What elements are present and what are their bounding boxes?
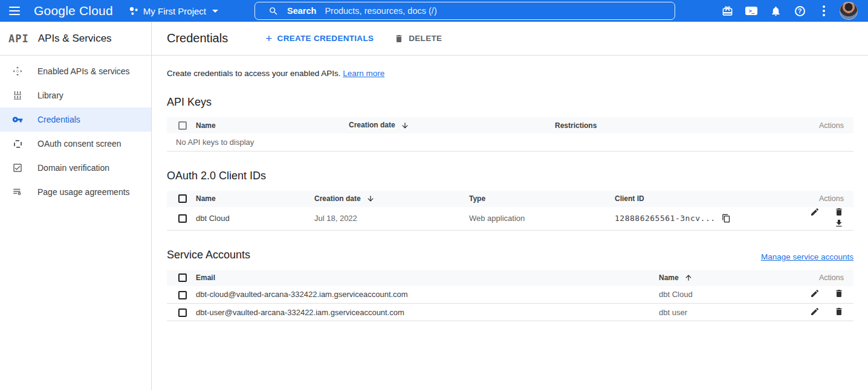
help-icon[interactable]: ? — [788, 0, 812, 22]
search-placeholder: Products, resources, docs (/) — [325, 6, 436, 16]
api-keys-table: Name Creation date Restrictions Actions … — [167, 117, 853, 152]
header-strip: API APIs & Services Credentials + CREATE… — [0, 22, 868, 56]
api-keys-heading: API Keys — [167, 96, 853, 109]
trash-icon — [394, 34, 404, 43]
empty-state-row: No API keys to display — [167, 133, 853, 151]
table-row: dbt-user@vaulted-arcana-332422.iam.gserv… — [167, 304, 853, 321]
column-header-creation-date: Creation date — [314, 191, 469, 207]
intro-text: Create credentials to access your enable… — [167, 69, 853, 78]
page-title: Credentials — [167, 31, 228, 45]
hamburger-menu-icon[interactable] — [2, 0, 27, 22]
learn-more-link[interactable]: Learn more — [343, 69, 384, 78]
column-header-actions: Actions — [775, 270, 853, 286]
sidebar-header: API APIs & Services — [0, 22, 152, 55]
more-vert-icon[interactable] — [812, 0, 836, 22]
column-header-type: Type — [469, 191, 615, 207]
free-trial-gift-icon[interactable] — [715, 0, 739, 22]
library-icon — [12, 90, 23, 101]
client-id-cell: 128886265561-3ncv... — [615, 207, 775, 231]
manage-service-accounts-link[interactable]: Manage service accounts — [761, 252, 853, 261]
column-header-actions: Actions — [775, 191, 853, 207]
sort-desc-icon[interactable] — [366, 194, 375, 203]
service-account-email: dbt-cloud@vaulted-arcana-332422.iam.gser… — [196, 286, 659, 304]
top-bar: Google Cloud My First Project Search Pro… — [0, 0, 868, 22]
oauth-consent-icon — [12, 138, 23, 149]
copy-icon[interactable] — [722, 214, 731, 223]
service-accounts-heading: Service Accounts — [167, 249, 250, 261]
sort-desc-icon[interactable] — [401, 121, 409, 130]
delete-trash-icon[interactable] — [834, 307, 844, 316]
row-checkbox[interactable] — [178, 214, 187, 223]
sidebar-nav: Enabled APIs & services Library Credenti… — [0, 56, 152, 390]
client-creation-date: Jul 18, 2022 — [314, 207, 469, 231]
sidebar-item-domain-verification[interactable]: Domain verification — [0, 156, 151, 180]
row-checkbox[interactable] — [178, 308, 187, 317]
edit-pencil-icon[interactable] — [810, 307, 820, 316]
oauth-clients-heading: OAuth 2.0 Client IDs — [167, 170, 853, 182]
client-id-value: 128886265561-3ncv... — [615, 214, 716, 223]
column-header-name: Name — [196, 117, 349, 133]
enabled-apis-icon — [12, 66, 23, 77]
service-accounts-table: Email Name Actions dbt-cloud@vaulted-arc… — [167, 270, 853, 322]
cloud-shell-icon[interactable]: >_ — [739, 0, 763, 22]
delete-trash-icon[interactable] — [834, 289, 844, 298]
select-all-checkbox[interactable] — [178, 273, 187, 282]
column-header-email: Email — [196, 270, 659, 286]
sort-asc-icon[interactable] — [684, 273, 693, 282]
sidebar-item-page-usage[interactable]: Page usage agreements — [0, 180, 151, 204]
project-selector[interactable]: My First Project — [129, 6, 218, 16]
select-all-checkbox[interactable] — [178, 194, 187, 203]
client-name: dbt Cloud — [196, 207, 314, 231]
service-account-name: dbt user — [659, 304, 775, 321]
project-icon — [129, 6, 138, 16]
column-header-name: Name — [659, 270, 775, 286]
column-header-actions: Actions — [775, 117, 853, 133]
topbar-actions: >_ ? — [715, 0, 858, 22]
avatar[interactable] — [840, 2, 858, 20]
google-cloud-logo[interactable]: Google Cloud — [34, 4, 113, 18]
page-header: Credentials + CREATE CREDENTIALS DELETE — [152, 22, 868, 55]
service-account-email: dbt-user@vaulted-arcana-332422.iam.gserv… — [196, 304, 659, 321]
sidebar-item-credentials[interactable]: Credentials — [0, 107, 151, 132]
apis-services-icon: API — [8, 33, 29, 45]
create-credentials-button[interactable]: + CREATE CREDENTIALS — [265, 33, 374, 44]
table-row: dbt-cloud@vaulted-arcana-332422.iam.gser… — [167, 286, 853, 304]
service-account-name: dbt Cloud — [659, 286, 775, 304]
delete-trash-icon[interactable] — [834, 207, 844, 217]
project-name: My First Project — [143, 6, 206, 16]
search-label: Search — [287, 6, 316, 16]
checkbox-check-icon — [12, 162, 23, 173]
column-header-name: Name — [196, 191, 314, 207]
client-type: Web application — [469, 207, 615, 231]
chevron-down-icon — [212, 10, 218, 13]
table-row: dbt Cloud Jul 18, 2022 Web application 1… — [167, 207, 853, 231]
main-content: Create credentials to access your enable… — [152, 56, 868, 390]
delete-button[interactable]: DELETE — [394, 34, 442, 43]
sidebar-item-enabled-apis[interactable]: Enabled APIs & services — [0, 59, 151, 83]
notifications-bell-icon[interactable] — [763, 0, 788, 22]
column-header-restrictions: Restrictions — [555, 117, 775, 133]
search-icon — [268, 6, 279, 16]
download-icon[interactable] — [834, 219, 844, 228]
edit-pencil-icon[interactable] — [810, 207, 820, 217]
row-checkbox[interactable] — [178, 291, 187, 299]
sidebar-item-oauth-consent[interactable]: OAuth consent screen — [0, 132, 151, 156]
key-icon — [12, 114, 23, 125]
edit-pencil-icon[interactable] — [810, 289, 820, 298]
select-all-checkbox[interactable] — [178, 121, 187, 130]
column-header-client-id: Client ID — [615, 191, 775, 207]
oauth-clients-table: Name Creation date Type Client ID Action… — [167, 191, 853, 231]
list-gear-icon — [12, 187, 23, 197]
plus-icon: + — [265, 33, 272, 44]
column-header-creation-date: Creation date — [349, 117, 555, 133]
search-input[interactable]: Search Products, resources, docs (/) — [254, 2, 675, 20]
sidebar-title: APIs & Services — [38, 33, 112, 45]
sidebar-item-library[interactable]: Library — [0, 83, 151, 107]
